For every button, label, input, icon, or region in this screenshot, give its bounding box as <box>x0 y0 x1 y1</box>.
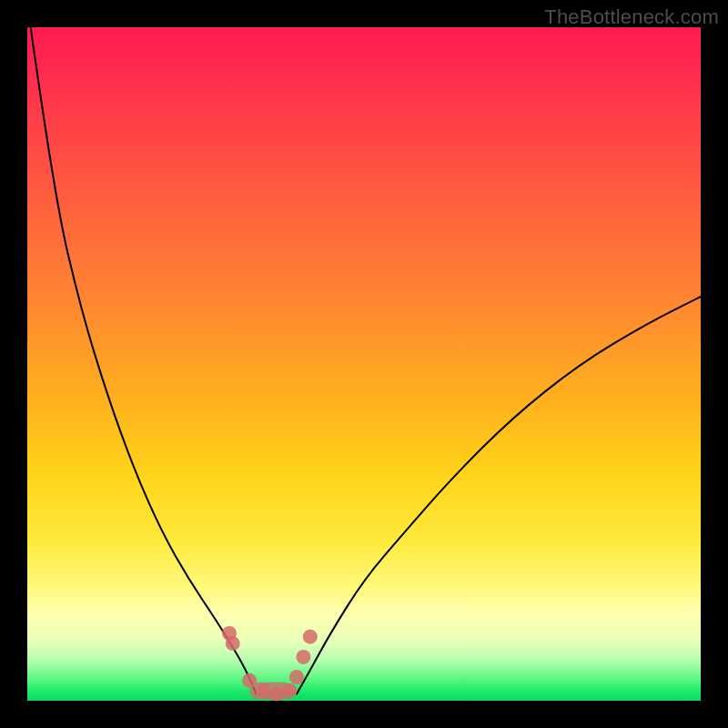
curve-right-branch <box>297 297 701 694</box>
outer-frame: TheBottleneck.com <box>0 0 728 728</box>
valley-marker <box>303 630 318 644</box>
valley-marker <box>242 673 257 688</box>
watermark-text: TheBottleneck.com <box>544 5 719 29</box>
valley-marker <box>296 650 310 664</box>
valley-marker <box>289 670 304 684</box>
valley-marker <box>283 683 298 698</box>
curve-left-branch <box>31 27 257 694</box>
valley-marker <box>269 687 284 702</box>
valley-markers-group <box>222 626 318 702</box>
valley-marker <box>256 683 270 698</box>
plot-svg <box>27 27 701 701</box>
valley-marker <box>226 636 240 651</box>
